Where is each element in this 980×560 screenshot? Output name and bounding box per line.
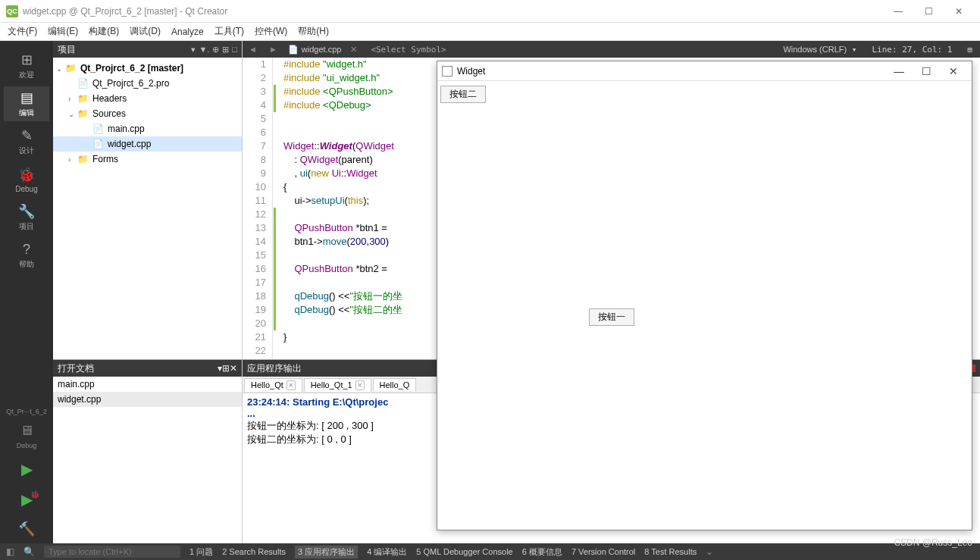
panel-search[interactable]: 2 Search Results [222, 547, 286, 556]
tree-widget[interactable]: widget.cpp [108, 139, 151, 149]
output-tab-0[interactable]: Hello_Qt× [244, 378, 302, 392]
mode-design[interactable]: ✎设计 [4, 124, 49, 159]
editor-filename[interactable]: widget.cpp [302, 45, 342, 54]
menu-tools[interactable]: 工具(T) [214, 25, 244, 38]
output-tab-1[interactable]: Hello_Qt_1× [304, 378, 371, 392]
button-two[interactable]: 按钮二 [440, 86, 486, 103]
add-icon[interactable]: ⊞ [222, 363, 230, 374]
add-icon[interactable]: ⊞ [222, 45, 229, 55]
mode-welcome[interactable]: ⊞欢迎 [4, 48, 49, 83]
panel-appoutput[interactable]: 3 应用程序输出 [295, 546, 358, 558]
menu-help[interactable]: 帮助(H) [298, 25, 329, 38]
target-selector[interactable]: Qt_Pr···t_6_2 [6, 408, 47, 415]
mode-debug[interactable]: 🐞Debug [4, 162, 49, 197]
tree-forms[interactable]: Forms [92, 154, 118, 164]
panel-compile[interactable]: 4 编译输出 [367, 546, 407, 558]
project-tree[interactable]: ⌄📁Qt_Projrct_6_2 [master] 📄Qt_Projrct_6_… [53, 58, 242, 359]
menubar: 文件(F) 编辑(E) 构建(B) 调试(D) Analyze 工具(T) 控件… [0, 23, 980, 41]
open-doc-main[interactable]: main.cpp [53, 377, 242, 392]
project-pane: 项目 ▾ ▼. ⊕ ⊞ □ ⌄📁Qt_Projrct_6_2 [master] … [53, 41, 243, 359]
menu-analyze[interactable]: Analyze [171, 27, 204, 37]
tree-sources[interactable]: Sources [92, 108, 126, 119]
build-button[interactable]: 🔨 [18, 521, 35, 537]
close-panel-icon[interactable]: ⌄ [706, 546, 713, 557]
symbol-selector[interactable]: <Select Symbol> [362, 45, 455, 55]
nav-fwd-icon[interactable]: ► [263, 45, 283, 54]
search-icon: 🔍 [23, 546, 35, 557]
panel-tests[interactable]: 8 Test Results [644, 547, 697, 556]
widget-maximize[interactable]: ☐ [913, 65, 940, 77]
open-doc-widget[interactable]: widget.cpp [53, 392, 242, 407]
mode-projects[interactable]: 🔧项目 [4, 200, 49, 235]
link-icon[interactable]: ⊕ [212, 45, 219, 55]
maximize-button[interactable]: ☐ [913, 2, 944, 20]
mode-bar: ⊞欢迎 ▤编辑 ✎设计 🐞Debug 🔧项目 ?帮助 Qt_Pr···t_6_2… [0, 41, 53, 543]
widget-icon [442, 66, 452, 77]
menu-widgets[interactable]: 控件(W) [255, 25, 287, 38]
panel-qml[interactable]: 5 QML Debugger Console [416, 547, 512, 556]
statusbar: ◧ 🔍 1 问题 2 Search Results 3 应用程序输出 4 编译输… [0, 543, 980, 560]
project-header[interactable]: 项目 [58, 43, 188, 56]
sidebar-toggle-icon[interactable]: ◧ [6, 546, 14, 557]
widget-minimize[interactable]: ― [885, 65, 913, 77]
watermark: CSDN @Russ_Leo [894, 537, 972, 548]
tree-main[interactable]: main.cpp [108, 124, 145, 134]
window-title: widget.cpp @ Qt_Projrct_6_2 [master] - Q… [23, 6, 883, 17]
open-documents-pane: 打开文档 ▾ ⊞ ✕ main.cpp widget.cpp [53, 360, 243, 543]
monitor-icon[interactable]: 🖥 [20, 423, 33, 439]
output-tab-2[interactable]: Hello_Q [373, 378, 417, 391]
tree-pro[interactable]: Qt_Projrct_6_2.pro [92, 78, 169, 89]
menu-debug[interactable]: 调试(D) [130, 25, 161, 38]
line-ending[interactable]: Windows (CRLF) ▾ [775, 45, 864, 55]
widget-window[interactable]: Widget ― ☐ ✕ 按钮二 按钮一 [437, 61, 972, 530]
widget-close[interactable]: ✕ [940, 65, 967, 77]
qt-creator-icon: QC [6, 5, 18, 17]
menu-edit[interactable]: 编辑(E) [48, 25, 78, 38]
titlebar: QC widget.cpp @ Qt_Projrct_6_2 [master] … [0, 0, 980, 23]
filter-icon[interactable]: ▼. [199, 45, 209, 54]
close-pane-icon[interactable]: ✕ [230, 363, 237, 374]
nav-back-icon[interactable]: ◄ [243, 45, 263, 54]
locator-input[interactable] [44, 546, 180, 558]
split-icon[interactable]: □ [232, 45, 237, 54]
run-button[interactable]: ▶ [21, 460, 33, 478]
debug-run-button[interactable]: ▶🐞 [21, 490, 33, 508]
close-button[interactable]: ✕ [944, 2, 974, 20]
mode-help[interactable]: ?帮助 [4, 238, 49, 273]
minimize-button[interactable]: ― [883, 2, 913, 20]
panel-vcs[interactable]: 7 Version Control [571, 547, 635, 556]
panel-issues[interactable]: 1 问题 [189, 546, 213, 558]
split-icon[interactable]: ⊞ [960, 45, 980, 55]
button-one[interactable]: 按钮一 [589, 308, 634, 326]
mode-edit[interactable]: ▤编辑 [4, 86, 49, 121]
tree-headers[interactable]: Headers [92, 93, 127, 104]
menu-build[interactable]: 构建(B) [89, 25, 119, 38]
menu-file[interactable]: 文件(F) [8, 25, 37, 38]
debug-label: Debug [17, 442, 37, 449]
dropdown-icon[interactable]: ▾ [191, 45, 196, 55]
panel-general[interactable]: 6 概要信息 [522, 546, 562, 558]
open-docs-header[interactable]: 打开文档 [58, 362, 218, 375]
tree-root[interactable]: Qt_Projrct_6_2 [master] [80, 63, 183, 74]
cursor-position: Line: 27, Col: 1 [864, 45, 960, 55]
editor-close-icon[interactable]: ✕ [346, 45, 362, 55]
file-icon: 📄 [288, 45, 299, 55]
widget-title: Widget [457, 66, 885, 77]
